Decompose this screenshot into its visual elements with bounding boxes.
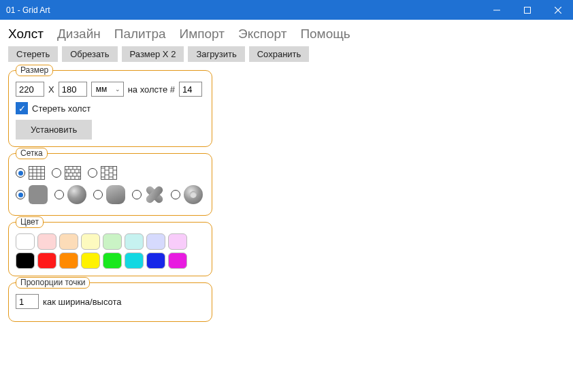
shape-square-icon (29, 185, 48, 204)
color-light-3[interactable] (81, 233, 100, 250)
shape-square-radio[interactable] (16, 190, 25, 199)
unit-value: мм (96, 84, 108, 94)
width-input[interactable] (16, 82, 44, 97)
shape-disc-radio[interactable] (54, 190, 64, 199)
tab-export[interactable]: Экспорт (238, 27, 286, 42)
color-light-0[interactable] (16, 233, 35, 250)
tab-palette[interactable]: Палитра (114, 27, 166, 42)
size-legend: Размер (16, 65, 53, 76)
color-bright-2[interactable] (59, 252, 78, 269)
load-button[interactable]: Загрузить (188, 46, 244, 62)
grid-pattern-2-icon (65, 165, 81, 181)
color-grid (16, 233, 206, 269)
color-light-7[interactable] (168, 233, 187, 250)
shape-rounded-icon (106, 185, 125, 204)
grid-group: Сетка (8, 153, 212, 216)
set-button[interactable]: Установить (16, 120, 92, 140)
grid-pattern-1-icon (29, 165, 45, 181)
crop-button[interactable]: Обрезать (62, 46, 117, 62)
tab-help[interactable]: Помощь (300, 27, 350, 42)
close-button[interactable] (542, 0, 573, 20)
unit-select[interactable]: мм ⌄ (91, 82, 124, 97)
toolbar: Стереть Обрезать Размер Х 2 Загрузить Со… (0, 44, 573, 69)
color-group: Цвет (8, 222, 212, 276)
color-bright-6[interactable] (146, 252, 165, 269)
shape-disc-icon (67, 185, 86, 204)
tab-canvas[interactable]: Холст (8, 27, 44, 42)
height-input[interactable] (59, 82, 87, 97)
color-legend: Цвет (16, 216, 44, 228)
svg-rect-1 (524, 7, 530, 13)
color-light-5[interactable] (125, 233, 144, 250)
shape-rounded-radio[interactable] (93, 190, 103, 199)
tabs: Холст Дизайн Палитра Импорт Экспорт Помо… (0, 20, 573, 44)
erase-button[interactable]: Стереть (8, 46, 58, 62)
shape-cross-icon (145, 185, 164, 204)
color-light-4[interactable] (103, 233, 122, 250)
grid-pattern-3-icon (101, 165, 117, 181)
ratio-label: как ширина/высота (43, 297, 122, 307)
color-light-2[interactable] (59, 233, 78, 250)
color-light-1[interactable] (37, 233, 56, 250)
save-button[interactable]: Сохранить (249, 46, 310, 62)
canvas-num-input[interactable] (179, 82, 202, 97)
erase-canvas-label: Стереть холст (32, 103, 91, 114)
erase-canvas-checkbox[interactable]: ✓ (16, 102, 28, 114)
color-light-6[interactable] (146, 233, 165, 250)
color-bright-1[interactable] (37, 252, 56, 269)
ratio-input[interactable] (16, 294, 39, 309)
ratio-group: Пропорции точки как ширина/высота (8, 282, 212, 322)
grid-pattern-3-radio[interactable] (88, 168, 97, 178)
window-title: 01 - Grid Art (6, 5, 50, 15)
grid-pattern-1-radio[interactable] (16, 168, 25, 178)
tab-design[interactable]: Дизайн (57, 27, 101, 42)
minimize-button[interactable] (481, 0, 512, 20)
chevron-down-icon: ⌄ (115, 86, 120, 93)
grid-pattern-2-radio[interactable] (52, 168, 61, 178)
size-group: Размер X мм ⌄ на холсте # ✓ Стереть холс… (8, 70, 212, 147)
color-bright-7[interactable] (168, 252, 187, 269)
x-label: X (48, 84, 54, 95)
canvas-num-label: на холсте # (128, 84, 175, 95)
grid-legend: Сетка (16, 148, 48, 159)
tab-import[interactable]: Импорт (180, 27, 225, 42)
shape-ring-icon (184, 185, 203, 204)
shape-cross-radio[interactable] (132, 190, 142, 199)
ratio-legend: Пропорции точки (16, 277, 90, 289)
color-bright-4[interactable] (103, 252, 122, 269)
color-bright-3[interactable] (81, 252, 100, 269)
color-bright-5[interactable] (125, 252, 144, 269)
maximize-button[interactable] (512, 0, 542, 20)
title-bar: 01 - Grid Art (0, 0, 573, 20)
shape-ring-radio[interactable] (171, 190, 180, 199)
window-controls (481, 0, 573, 20)
size-x2-button[interactable]: Размер Х 2 (122, 46, 184, 62)
color-bright-0[interactable] (16, 252, 35, 269)
